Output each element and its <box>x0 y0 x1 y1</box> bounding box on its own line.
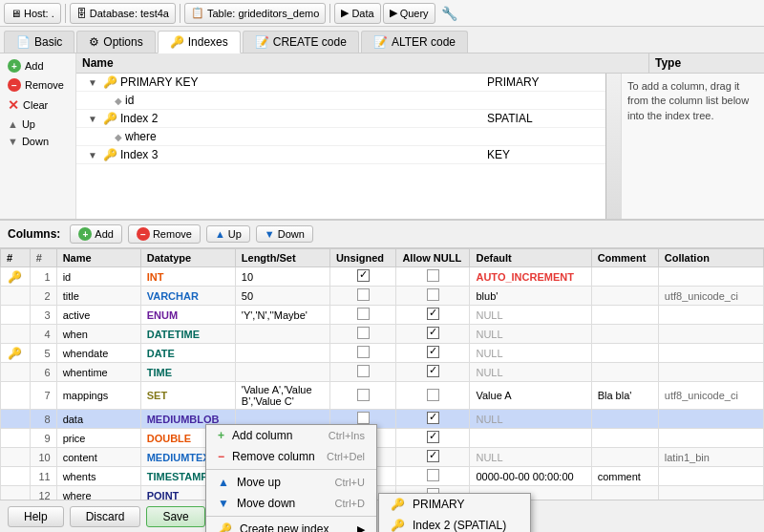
row-comment[interactable] <box>591 486 658 500</box>
row-comment[interactable] <box>591 429 658 448</box>
table-button[interactable]: 📋 Table: grideditors_demo <box>184 3 326 24</box>
row-unsigned[interactable] <box>329 306 396 325</box>
row-name[interactable]: whentime <box>56 363 140 382</box>
discard-button[interactable]: Discard <box>70 506 141 527</box>
expand-primary-icon[interactable]: ▼ <box>88 77 103 88</box>
table-row[interactable]: 🔑5whendateDATENULL <box>1 344 764 363</box>
row-length[interactable] <box>235 363 329 382</box>
row-collation[interactable] <box>658 267 763 287</box>
row-collation[interactable] <box>658 410 763 429</box>
sub-index2[interactable]: 🔑 Index 2 (SPATIAL) <box>379 515 530 532</box>
col-up-btn[interactable]: ▲ Up <box>206 225 250 243</box>
row-allownull[interactable] <box>396 363 470 382</box>
row-collation[interactable] <box>658 325 763 344</box>
row-comment[interactable] <box>591 267 658 287</box>
row-default[interactable]: NULL <box>470 344 591 363</box>
row-length[interactable]: 'Value A','Value B','Value C' <box>235 382 329 410</box>
row-name[interactable]: when <box>56 325 140 344</box>
row-length[interactable] <box>235 325 329 344</box>
index-tree[interactable]: ▼ 🔑 PRIMARY KEY PRIMARY ◆ id <box>76 74 605 219</box>
table-row[interactable]: 8dataMEDIUMBLOBNULL <box>1 410 764 429</box>
row-default[interactable]: 0000-00-00 00:00:00 <box>470 467 591 486</box>
col-add-btn[interactable]: + Add <box>70 224 122 244</box>
row-length[interactable] <box>235 344 329 363</box>
row-datatype[interactable]: ENUM <box>140 306 235 325</box>
row-comment[interactable] <box>591 363 658 382</box>
row-allownull[interactable] <box>396 429 470 448</box>
unsigned-checkbox[interactable] <box>357 308 370 320</box>
row-comment[interactable]: comment <box>591 467 658 486</box>
help-button[interactable]: Help <box>8 506 64 527</box>
data-button[interactable]: ▶ Data <box>334 3 380 24</box>
row-collation[interactable]: utf8_unicode_ci <box>658 287 763 306</box>
row-default[interactable]: NULL <box>470 410 591 429</box>
row-default[interactable]: Value A <box>470 382 591 410</box>
row-default[interactable]: NULL <box>470 306 591 325</box>
table-row[interactable]: 10contentMEDIUMTEXTNULLlatin1_bin <box>1 448 764 467</box>
tree-row-index3[interactable]: ▼ 🔑 Index 3 KEY <box>76 146 605 164</box>
unsigned-checkbox[interactable] <box>357 288 370 301</box>
row-allownull[interactable] <box>396 267 470 287</box>
row-datatype[interactable]: SET <box>140 382 235 410</box>
expand-index3-icon[interactable]: ▼ <box>88 150 103 160</box>
table-row[interactable]: 7mappingsSET'Value A','Value B','Value C… <box>1 382 764 410</box>
index-scrollbar[interactable] <box>605 74 621 219</box>
null-checkbox[interactable] <box>427 431 439 443</box>
row-datatype[interactable]: INT <box>140 267 235 287</box>
index-up-btn[interactable]: ▲ Up <box>4 117 72 132</box>
null-checkbox[interactable] <box>427 308 439 320</box>
unsigned-checkbox[interactable] <box>357 389 370 401</box>
index-clear-btn[interactable]: ✕ Clear <box>4 96 72 115</box>
col-remove-btn[interactable]: − Remove <box>128 224 201 244</box>
tab-options[interactable]: ⚙ Options <box>76 31 155 53</box>
unsigned-checkbox[interactable] <box>357 346 370 358</box>
row-collation[interactable] <box>658 486 763 500</box>
row-unsigned[interactable] <box>329 382 396 410</box>
tree-row-index2[interactable]: ▼ 🔑 Index 2 SPATIAL <box>76 110 605 128</box>
index-add-btn[interactable]: + Add <box>4 57 72 74</box>
null-checkbox[interactable] <box>427 365 439 377</box>
row-allownull[interactable] <box>396 325 470 344</box>
row-collation[interactable]: utf8_unicode_ci <box>658 382 763 410</box>
tab-alter-code[interactable]: 📝 ALTER code <box>361 31 468 53</box>
index-down-btn[interactable]: ▼ Down <box>4 134 72 149</box>
row-comment[interactable] <box>591 325 658 344</box>
ctx-remove-column[interactable]: − Remove column Ctrl+Del <box>206 446 376 467</box>
expand-index2-icon[interactable]: ▼ <box>88 114 103 124</box>
row-default[interactable]: NULL <box>470 448 591 467</box>
row-name[interactable]: content <box>56 448 140 467</box>
ctx-move-up[interactable]: ▲ Move up Ctrl+U <box>206 472 376 493</box>
row-unsigned[interactable] <box>329 325 396 344</box>
row-comment[interactable] <box>591 410 658 429</box>
row-collation[interactable]: latin1_bin <box>658 448 763 467</box>
row-allownull[interactable] <box>396 287 470 306</box>
table-row[interactable]: 🔑1idINT10AUTO_INCREMENT <box>1 267 764 287</box>
null-checkbox[interactable] <box>427 269 439 282</box>
row-unsigned[interactable] <box>329 267 396 287</box>
null-checkbox[interactable] <box>427 389 439 401</box>
row-collation[interactable] <box>658 467 763 486</box>
null-checkbox[interactable] <box>427 288 439 301</box>
row-name[interactable]: title <box>56 287 140 306</box>
row-unsigned[interactable] <box>329 287 396 306</box>
index-remove-btn[interactable]: − Remove <box>4 76 72 94</box>
columns-grid[interactable]: # # Name Datatype Length/Set Unsigned Al… <box>0 248 764 500</box>
null-checkbox[interactable] <box>427 469 439 481</box>
row-allownull[interactable] <box>396 344 470 363</box>
unsigned-checkbox[interactable] <box>357 269 370 282</box>
row-name[interactable]: data <box>56 410 140 429</box>
row-length[interactable]: 50 <box>235 287 329 306</box>
row-allownull[interactable] <box>396 448 470 467</box>
row-unsigned[interactable] <box>329 363 396 382</box>
row-name[interactable]: where <box>56 486 140 500</box>
row-name[interactable]: price <box>56 429 140 448</box>
tree-row-id[interactable]: ◆ id <box>76 92 605 110</box>
null-checkbox[interactable] <box>427 346 439 358</box>
table-row[interactable]: 9priceDOUBLE <box>1 429 764 448</box>
row-allownull[interactable] <box>396 467 470 486</box>
row-collation[interactable] <box>658 429 763 448</box>
ctx-add-column[interactable]: + Add column Ctrl+Ins <box>206 425 376 446</box>
save-button[interactable]: Save <box>146 506 204 527</box>
row-datatype[interactable]: DATETIME <box>140 325 235 344</box>
tab-basic[interactable]: 📄 Basic <box>4 31 74 53</box>
